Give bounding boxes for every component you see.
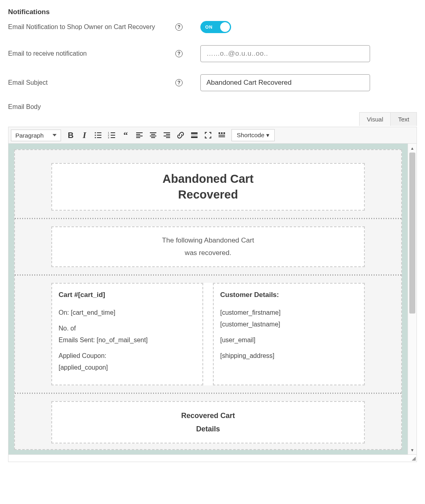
tab-text[interactable]: Text (391, 113, 417, 126)
email-title-line2: Recovered (58, 187, 358, 203)
shortcode-dropdown[interactable]: Shortcode ▾ (231, 129, 275, 141)
input-email-to[interactable] (200, 45, 370, 62)
email-title: Abandoned Cart Recovered (58, 171, 358, 203)
editor-tabs: Visual Text (359, 112, 417, 126)
label-notify-owner: Email Notification to Shop Owner on Cart… (8, 23, 170, 31)
email-intro: The following Abandoned Cart was recover… (58, 234, 358, 259)
divider (15, 393, 401, 394)
label-subject: Email Subject (8, 79, 170, 86)
format-select[interactable]: Paragraph (11, 130, 61, 141)
email-details-block: Cart #[cart_id] On: [cart_end_time] No. … (51, 283, 365, 385)
svg-rect-18 (150, 136, 156, 136)
align-left-button[interactable] (133, 129, 146, 142)
svg-rect-24 (191, 132, 198, 134)
svg-rect-31 (219, 136, 225, 137)
cart-heading: Cart #[cart_id] (59, 291, 196, 299)
read-more-button[interactable] (188, 129, 201, 142)
toggle-knob (220, 22, 230, 32)
svg-point-0 (95, 132, 96, 134)
row-body: Email Body (8, 103, 417, 111)
cart-emails-l1: No. of (59, 323, 196, 335)
email-title-block: Abandoned Cart Recovered (51, 163, 365, 211)
scrollbar-thumb[interactable] (409, 153, 415, 314)
svg-rect-3 (97, 135, 101, 136)
editor-canvas[interactable]: Abandoned Cart Recovered The following A… (8, 144, 408, 454)
fullscreen-button[interactable] (202, 129, 215, 142)
editor-toolbar: Paragraph B I 123 “ (8, 127, 417, 144)
email-intro-line1: The following Abandoned Cart (58, 234, 358, 247)
align-center-button[interactable] (147, 129, 160, 142)
resize-handle[interactable]: ◢ (8, 455, 417, 462)
italic-button[interactable]: I (78, 129, 91, 142)
svg-rect-20 (164, 132, 170, 133)
customer-shipping: [shipping_address] (220, 350, 358, 362)
svg-rect-19 (151, 137, 155, 138)
input-subject[interactable] (200, 74, 370, 91)
editor: Visual Text Paragraph B I 123 “ (8, 127, 417, 462)
toggle-notify-owner[interactable]: ON (200, 21, 231, 33)
shortcode-label: Shortcode ▾ (237, 132, 269, 139)
label-email-to: Email to receive notification (8, 50, 170, 57)
col-cart-info: Cart #[cart_id] On: [cart_end_time] No. … (51, 283, 203, 385)
recovered-heading: Recovered Cart Details (58, 409, 358, 435)
svg-rect-5 (97, 137, 101, 138)
tab-visual[interactable]: Visual (360, 113, 391, 126)
cart-emails-l2: Emails Sent: [no_of_mail_sent] (59, 335, 196, 346)
svg-point-4 (95, 137, 96, 138)
email-intro-line2: was recovered. (58, 247, 358, 259)
svg-rect-17 (151, 134, 155, 135)
scroll-up-icon[interactable]: ▲ (408, 144, 417, 153)
section-title: Notifications (8, 8, 417, 16)
svg-text:3: 3 (108, 136, 109, 139)
vertical-scrollbar[interactable]: ▲ ▼ (408, 144, 417, 454)
link-button[interactable] (174, 129, 187, 142)
email-recovered-block: Recovered Cart Details (51, 401, 365, 443)
svg-rect-14 (136, 136, 143, 136)
help-icon[interactable]: ? (175, 23, 183, 31)
svg-rect-29 (223, 132, 225, 134)
svg-rect-11 (111, 137, 115, 138)
help-icon[interactable]: ? (175, 50, 183, 57)
svg-rect-15 (136, 137, 140, 138)
bullet-list-button[interactable] (92, 129, 105, 142)
col-customer-info: Customer Details: [customer_firstname] [… (213, 283, 365, 385)
scrollbar-track[interactable] (408, 153, 417, 445)
bold-button[interactable]: B (64, 129, 77, 142)
svg-rect-23 (166, 137, 170, 138)
row-email-to: Email to receive notification ? (8, 45, 417, 62)
customer-lastname: [customer_lastname] (220, 319, 358, 330)
cart-on: On: [cart_end_time] (59, 307, 196, 319)
svg-rect-12 (136, 132, 143, 133)
svg-rect-30 (219, 135, 225, 136)
svg-rect-16 (150, 132, 156, 133)
help-icon[interactable]: ? (175, 79, 183, 86)
toolbar-toggle-button[interactable] (215, 129, 228, 142)
cart-coupon-l1: Applied Coupon: (59, 350, 196, 362)
customer-firstname: [customer_firstname] (220, 307, 358, 319)
svg-rect-26 (191, 136, 198, 138)
customer-email: [user_email] (220, 335, 358, 346)
blockquote-button[interactable]: “ (119, 129, 132, 142)
svg-rect-13 (136, 134, 140, 135)
align-right-button[interactable] (160, 129, 173, 142)
email-title-line1: Abandoned Cart (58, 171, 358, 187)
format-select-label: Paragraph (15, 132, 44, 139)
svg-rect-22 (164, 136, 170, 136)
svg-rect-28 (221, 132, 223, 134)
svg-rect-1 (97, 132, 101, 133)
customer-heading: Customer Details: (220, 291, 358, 299)
recovered-heading-l1: Recovered Cart (58, 409, 358, 422)
scroll-down-icon[interactable]: ▼ (408, 445, 417, 454)
svg-rect-9 (111, 135, 115, 136)
chevron-down-icon (53, 134, 57, 136)
svg-rect-21 (166, 134, 170, 135)
toggle-on-label: ON (205, 25, 213, 29)
two-column-row: Cart #[cart_id] On: [cart_end_time] No. … (51, 283, 365, 385)
email-template-outer: Abandoned Cart Recovered The following A… (14, 149, 402, 450)
divider (15, 218, 401, 219)
cart-coupon-l2: [applied_coupon] (59, 362, 196, 374)
email-intro-block: The following Abandoned Cart was recover… (51, 226, 365, 267)
ordered-list-button[interactable]: 123 (105, 129, 118, 142)
label-body: Email Body (8, 103, 170, 111)
row-subject: Email Subject ? (8, 74, 417, 91)
